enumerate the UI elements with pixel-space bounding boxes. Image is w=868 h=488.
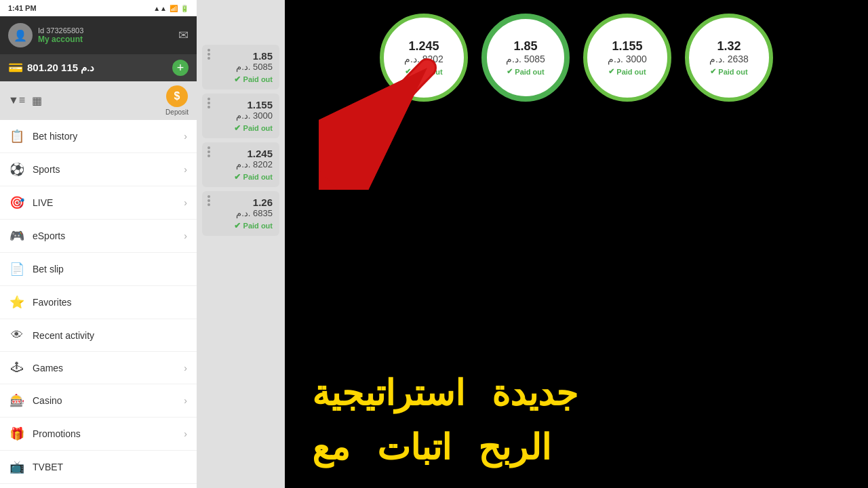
list-icon[interactable]: ▦ [32, 94, 42, 107]
bet-odds: 1.85 [209, 50, 273, 62]
status-time: 1:41 PM [8, 4, 37, 12]
user-account: My account [38, 35, 83, 44]
nav-icon-live: 🎯 [9, 195, 24, 210]
nav-icon-esports: 🎮 [9, 228, 24, 243]
circle-status-label: Paid out [718, 68, 747, 76]
sidebar-item-live[interactable]: 🎯 LIVE › [0, 186, 197, 220]
nav-icon-bet-history: 📋 [9, 129, 24, 144]
chevron-icon: › [184, 197, 187, 208]
sidebar-item-customer-support[interactable]: 🎧 Customer support [0, 484, 197, 488]
nav-label-bet-history: Bet history [33, 131, 184, 142]
bet-status-label: Paid out [243, 124, 273, 132]
bet-card[interactable]: 1.85 5085 .د.م ✔ Paid out [202, 45, 279, 89]
check-icon: ✔ [234, 172, 241, 182]
circle-status: ✔ Paid out [507, 67, 544, 76]
big-arrow-svg [319, 54, 454, 190]
arrow-container [319, 54, 454, 192]
bet-card-dots [208, 98, 210, 108]
nav-icon-tvbet: 📺 [9, 460, 24, 474]
arabic-word-2: استراتيجية [312, 373, 465, 413]
sidebar-item-favorites[interactable]: ⭐ Favorites [0, 286, 197, 319]
sidebar-item-bet-history[interactable]: 📋 Bet history › [0, 120, 197, 153]
bet-card-dots [208, 195, 210, 206]
filter-icons: ▼≡ ▦ [8, 94, 42, 107]
circle-odds: 1.32 [717, 39, 741, 54]
circle-amount: 3000 .د.م [608, 54, 647, 64]
bet-status-label: Paid out [243, 222, 273, 230]
bet-status-label: Paid out [243, 173, 273, 181]
bet-circle-1: 1.85 5085 .د.م ✔ Paid out [481, 14, 570, 102]
circle-check-icon: ✔ [507, 67, 513, 76]
nav-icon-promotions: 🎁 [9, 426, 24, 441]
chevron-icon: › [184, 395, 187, 406]
arabic-word-4: اتبات [377, 427, 451, 468]
nav-icon-bet-slip: 📄 [9, 262, 24, 277]
sidebar-item-esports[interactable]: 🎮 eSports › [0, 220, 197, 253]
bet-amount: 8202 .د.م [209, 159, 273, 169]
bet-odds: 1.245 [209, 148, 273, 159]
balance-left: 💳 د.م 115 801.20 [8, 60, 94, 75]
bet-circle-2: 1.155 3000 .د.م ✔ Paid out [583, 14, 671, 102]
phone-header: 👤 Id 373265803 My account ✉ [0, 16, 197, 54]
bet-status: ✔ Paid out [209, 221, 273, 230]
check-icon: ✔ [234, 221, 241, 230]
circle-check-icon: ✔ [710, 67, 716, 76]
bet-circle-3: 1.32 2638 .د.م ✔ Paid out [685, 14, 773, 102]
deposit-circle-icon: $ [166, 85, 188, 107]
nav-label-live: LIVE [33, 197, 184, 208]
sidebar-item-bet-slip[interactable]: 📄 Bet slip [0, 253, 197, 286]
arabic-word-3: الربح [478, 427, 551, 468]
balance-amount: د.م 115 801.20 [27, 62, 94, 74]
nav-label-sports: Sports [33, 164, 184, 175]
check-icon: ✔ [234, 75, 241, 84]
circle-odds: 1.245 [408, 39, 439, 54]
sidebar-item-games[interactable]: 🕹 Games › [0, 352, 197, 384]
arabic-line-2: الربح اتبات مع [312, 427, 841, 468]
bet-status: ✔ Paid out [209, 123, 273, 133]
sidebar-item-sports[interactable]: ⚽ Sports › [0, 153, 197, 186]
status-bar: 1:41 PM ▲▲ 📶 🔋 [0, 0, 197, 16]
arabic-word-5: مع [312, 427, 350, 468]
wifi-icon: 📶 [170, 5, 178, 12]
deposit-button[interactable]: $ Deposit [165, 85, 189, 116]
nav-icon-casino: 🎰 [9, 393, 24, 408]
user-info: 👤 Id 373265803 My account [8, 23, 83, 47]
bet-card-dots [208, 146, 210, 157]
bet-status: ✔ Paid out [209, 172, 273, 182]
bet-amount: 6835 .د.م [209, 208, 273, 218]
bet-status-label: Paid out [243, 75, 273, 83]
add-balance-button[interactable]: + [172, 60, 189, 76]
circle-check-icon: ✔ [608, 67, 614, 76]
user-text: Id 373265803 My account [38, 26, 83, 44]
nav-icon-sports: ⚽ [9, 162, 24, 177]
sidebar-item-tvbet[interactable]: 📺 TVBET [0, 451, 197, 484]
phone-panel: 1:41 PM ▲▲ 📶 🔋 👤 Id 373265803 My account… [0, 0, 197, 488]
right-panel: 1.85 5085 .د.م ✔ Paid out 1.155 3000 .د.… [197, 0, 868, 488]
filter-icon[interactable]: ▼≡ [8, 94, 25, 107]
bet-card[interactable]: 1.155 3000 .د.م ✔ Paid out [202, 94, 279, 138]
nav-label-games: Games [33, 363, 184, 373]
battery-icon: 🔋 [180, 5, 189, 12]
nav-label-tvbet: TVBET [33, 462, 187, 472]
bet-amount: 5085 .د.م [209, 62, 273, 72]
arabic-overlay: جديدة استراتيجية الربح اتبات مع [285, 359, 868, 488]
bet-odds: 1.26 [209, 197, 273, 208]
wallet-icon: 💳 [8, 60, 23, 75]
nav-label-bet-slip: Bet slip [33, 264, 187, 274]
nav-label-casino: Casino [33, 395, 184, 406]
mail-icon[interactable]: ✉ [178, 28, 189, 43]
chevron-icon: › [184, 230, 187, 241]
sidebar-item-recent-activity[interactable]: 👁 Recent activity [0, 319, 197, 352]
bet-card[interactable]: 1.26 6835 .د.م ✔ Paid out [202, 191, 279, 236]
chevron-icon: › [184, 428, 187, 439]
nav-label-favorites: Favorites [33, 297, 187, 308]
circle-amount: 5085 .د.م [506, 54, 545, 64]
nav-icon-favorites: ⭐ [9, 295, 24, 310]
signal-icon: ▲▲ [153, 5, 167, 12]
sidebar-item-promotions[interactable]: 🎁 Promotions › [0, 418, 197, 451]
circle-amount: 2638 .د.م [709, 54, 749, 64]
circle-status: ✔ Paid out [710, 67, 747, 76]
sidebar-item-casino[interactable]: 🎰 Casino › [0, 384, 197, 418]
nav-label-promotions: Promotions [33, 428, 184, 439]
bet-card[interactable]: 1.245 8202 .د.م ✔ Paid out [202, 142, 279, 187]
